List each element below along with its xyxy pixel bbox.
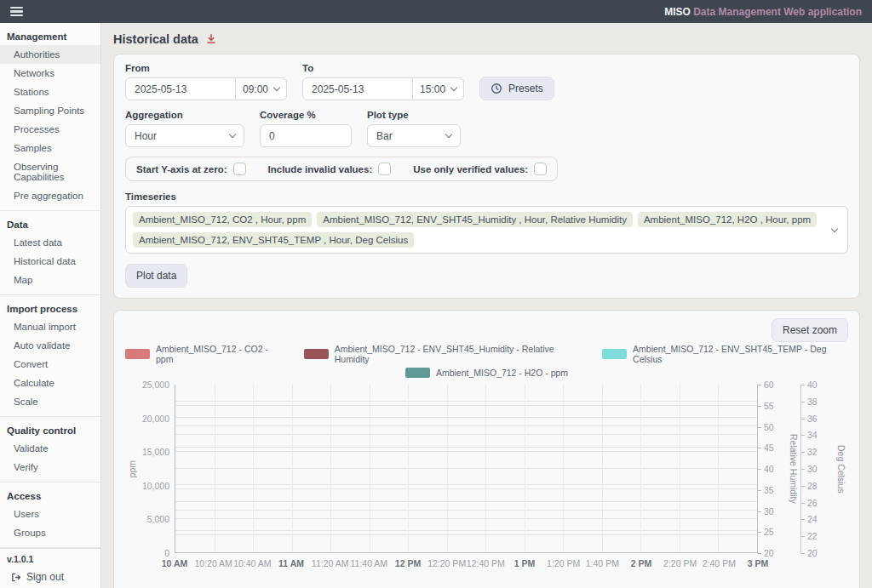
gridline-vertical <box>215 385 215 552</box>
checkbox-option-include-invalid-values: Include invalid values: <box>268 163 392 175</box>
legend-item-ambient-miso-712-co2-ppm[interactable]: Ambient_MISO_712 - CO2 - ppm <box>125 344 282 364</box>
gridline-vertical <box>408 385 409 552</box>
sidebar-item-auto-validate[interactable]: Auto validate <box>0 336 100 355</box>
x-axis-tick-label: 12 PM <box>395 558 421 568</box>
to-time-select[interactable]: 15:00 <box>412 78 463 100</box>
sidebar-item-authorities[interactable]: Authorities <box>0 45 100 64</box>
chart-area: ppm 05,00010,00015,00020,00025,000 10 AM… <box>125 385 848 588</box>
sign-out-button[interactable]: Sign out <box>7 571 94 583</box>
sidebar-item-networks[interactable]: Networks <box>0 64 100 83</box>
from-date-input[interactable]: 2025-05-13 <box>126 78 235 100</box>
sidebar-item-verify[interactable]: Verify <box>0 458 100 477</box>
sidebar-item-historical-data[interactable]: Historical data <box>0 252 100 271</box>
y-axis-labels-ppm: 05,00010,00015,00020,00025,000 <box>139 385 175 553</box>
hamburger-menu-icon[interactable] <box>10 7 23 17</box>
axis-tick-label: 40 <box>764 464 774 474</box>
gridline-horizontal <box>175 530 757 531</box>
gridline-horizontal <box>175 518 757 519</box>
y-axis-labels-humidity: 202530354045505560 <box>758 385 787 553</box>
axis-tick-label: 60 <box>764 380 774 390</box>
sidebar-item-processes[interactable]: Processes <box>0 120 100 139</box>
checkbox[interactable] <box>534 163 547 175</box>
sidebar-sections: ManagementAuthoritiesNetworksStationsSam… <box>0 23 100 548</box>
legend-row: Ambient_MISO_712 - CO2 - ppmAmbient_MISO… <box>125 344 848 364</box>
sidebar-item-calculate[interactable]: Calculate <box>0 374 100 392</box>
plot-data-button[interactable]: Plot data <box>125 264 187 288</box>
sidebar-item-convert[interactable]: Convert <box>0 355 100 374</box>
plot-type-select[interactable]: Bar <box>367 124 461 147</box>
legend-swatch <box>125 349 150 359</box>
legend-label: Ambient_MISO_712 - ENV_SHT45_TEMP - Deg … <box>633 344 848 364</box>
gridline-vertical <box>485 385 486 552</box>
x-axis-tick-label: 11:20 AM <box>312 558 349 568</box>
axis-tick-label: 25,000 <box>142 380 169 390</box>
top-bar: MISO Data Management Web application <box>0 0 872 23</box>
from-time-select[interactable]: 09:00 <box>235 78 286 100</box>
sidebar-item-pre-aggregation[interactable]: Pre aggregation <box>0 186 100 205</box>
y-axis-title-celsius: Deg Celsius <box>835 385 848 553</box>
presets-button[interactable]: Presets <box>479 77 554 100</box>
axis-tick-label: 24 <box>807 514 818 524</box>
sidebar-item-manual-import[interactable]: Manual import <box>0 317 100 336</box>
gridline-horizontal <box>175 501 757 502</box>
legend-swatch <box>304 349 329 359</box>
x-axis-tick-label: 10 AM <box>162 558 188 568</box>
legend-swatch <box>602 349 627 359</box>
aggregation-select[interactable]: Hour <box>125 124 244 147</box>
timeseries-multiselect[interactable]: Ambient_MISO_712, CO2 , Hour, ppmAmbient… <box>125 206 848 254</box>
gridline-horizontal <box>175 468 757 469</box>
app-title: MISO Data Management Web application <box>664 6 862 18</box>
clock-icon <box>490 83 502 94</box>
sidebar-item-groups[interactable]: Groups <box>0 523 100 542</box>
y-axis-labels-celsius: 2022242628303234363840 <box>800 385 835 553</box>
sidebar-item-observing-capabilities[interactable]: Observing Capabilities <box>0 157 100 186</box>
gridline-vertical <box>680 385 680 552</box>
axis-tick-label: 20,000 <box>142 414 169 424</box>
x-axis-tick-label: 11 AM <box>278 558 304 568</box>
sidebar-item-samples[interactable]: Samples <box>0 139 100 157</box>
sidebar-item-stations[interactable]: Stations <box>0 83 100 101</box>
sidebar-section-header: Access <box>0 486 100 505</box>
legend-label: Ambient_MISO_712 - H2O - ppm <box>436 368 568 378</box>
to-date-input[interactable]: 2025-05-13 <box>303 78 412 100</box>
sidebar-item-users[interactable]: Users <box>0 505 100 523</box>
chart-legend: Ambient_MISO_712 - CO2 - ppmAmbient_MISO… <box>125 344 848 378</box>
app-version: v.1.0.1 <box>7 554 94 564</box>
sidebar-item-map[interactable]: Map <box>0 271 100 289</box>
coverage-input[interactable] <box>260 124 352 147</box>
aggregation-value: Hour <box>135 130 157 142</box>
checkbox[interactable] <box>378 163 391 175</box>
reset-zoom-button[interactable]: Reset zoom <box>772 318 848 342</box>
legend-item-ambient-miso-712-env-sht45-humidity-relative-humidity[interactable]: Ambient_MISO_712 - ENV_SHT45_Humidity - … <box>304 344 580 364</box>
sidebar-section-management: ManagementAuthoritiesNetworksStationsSam… <box>0 23 100 211</box>
gridline-horizontal <box>175 451 757 452</box>
sign-out-label: Sign out <box>26 571 64 583</box>
x-axis-tick-label: 12:20 PM <box>427 558 466 568</box>
gridline-vertical <box>602 385 603 552</box>
timeseries-tag[interactable]: Ambient_MISO_712, ENV_SHT45_TEMP , Hour,… <box>133 232 414 248</box>
sidebar-item-sampling-points[interactable]: Sampling Points <box>0 101 100 120</box>
download-icon[interactable] <box>205 33 217 45</box>
gridline-horizontal <box>175 488 757 489</box>
to-field: To 2025-05-13 15:00 <box>302 63 464 100</box>
from-field: From 2025-05-13 09:00 <box>125 63 287 100</box>
sidebar-item-scale[interactable]: Scale <box>0 392 100 411</box>
axis-tick-label: 28 <box>807 481 818 491</box>
sidebar-item-latest-data[interactable]: Latest data <box>0 233 100 252</box>
plot-region[interactable] <box>175 385 758 553</box>
sign-out-icon <box>10 572 21 583</box>
legend-item-ambient-miso-712-env-sht45-temp-deg-celsius[interactable]: Ambient_MISO_712 - ENV_SHT45_TEMP - Deg … <box>602 344 848 364</box>
sidebar-item-validate[interactable]: Validate <box>0 439 100 458</box>
timeseries-tag[interactable]: Ambient_MISO_712, H2O , Hour, ppm <box>638 212 817 227</box>
sidebar-section-import-process: Import processManual importAuto validate… <box>0 295 100 417</box>
axis-tick-label: 15,000 <box>142 447 169 457</box>
checkbox[interactable] <box>233 163 246 175</box>
timeseries-tag[interactable]: Ambient_MISO_712, CO2 , Hour, ppm <box>133 212 312 227</box>
chevron-down-icon <box>273 84 280 91</box>
axis-tick-label: 30 <box>764 506 774 517</box>
legend-swatch <box>405 368 430 378</box>
legend-item-ambient-miso-712-h2o-ppm[interactable]: Ambient_MISO_712 - H2O - ppm <box>405 368 568 378</box>
gridline-horizontal <box>175 434 757 435</box>
x-axis-tick-label: 1:20 PM <box>547 558 580 568</box>
timeseries-tag[interactable]: Ambient_MISO_712, ENV_SHT45_Humidity , H… <box>317 212 633 227</box>
